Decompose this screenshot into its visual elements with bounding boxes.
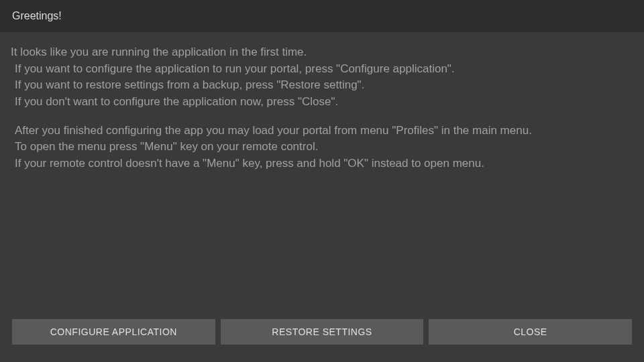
dialog-title: Greetings!	[12, 10, 62, 22]
restore-settings-button[interactable]: RESTORE SETTINGS	[221, 319, 424, 345]
configure-application-button[interactable]: CONFIGURE APPLICATION	[12, 319, 215, 345]
content-line: If you want to configure the application…	[11, 61, 633, 78]
content-line: It looks like you are running the applic…	[11, 44, 633, 61]
content-line: After you finished configuring the app y…	[11, 123, 633, 139]
content-line: If you don't want to configure the appli…	[11, 94, 633, 111]
dialog-content: It looks like you are running the applic…	[0, 32, 644, 319]
titlebar: Greetings!	[0, 0, 644, 32]
content-line: If your remote control doesn't have a "M…	[11, 156, 633, 172]
close-button[interactable]: CLOSE	[429, 319, 632, 345]
content-line: To open the menu press "Menu" key on you…	[11, 139, 633, 156]
content-line: If you want to restore settings from a b…	[11, 77, 633, 94]
button-row: CONFIGURE APPLICATION RESTORE SETTINGS C…	[0, 319, 644, 362]
